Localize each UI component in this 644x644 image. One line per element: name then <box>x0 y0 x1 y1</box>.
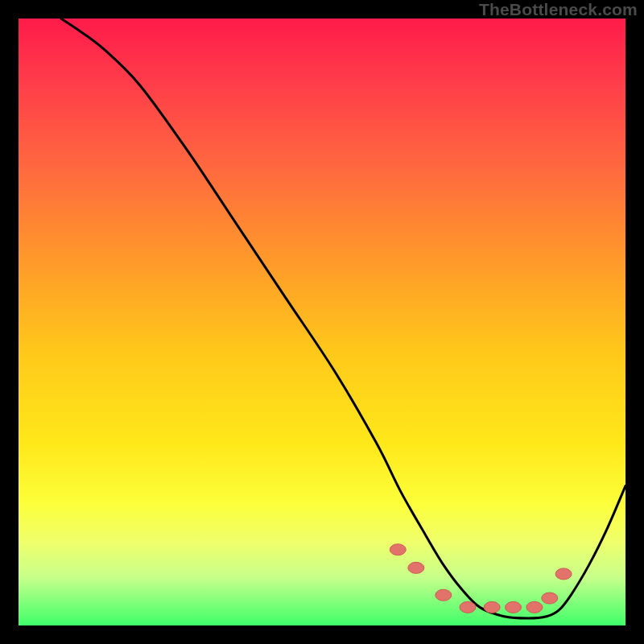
data-marker <box>526 601 543 613</box>
data-marker <box>484 601 500 613</box>
data-marker <box>390 544 406 555</box>
chart-svg <box>19 19 625 625</box>
data-marker <box>555 568 572 580</box>
watermark-text: TheBottleneck.com <box>479 0 638 19</box>
data-marker <box>542 592 558 604</box>
chart-area <box>19 19 625 625</box>
data-markers <box>390 544 572 613</box>
data-marker <box>460 601 476 613</box>
data-marker <box>506 601 522 613</box>
data-marker <box>436 589 452 601</box>
bottleneck-curve <box>61 19 625 618</box>
data-marker <box>408 562 424 573</box>
